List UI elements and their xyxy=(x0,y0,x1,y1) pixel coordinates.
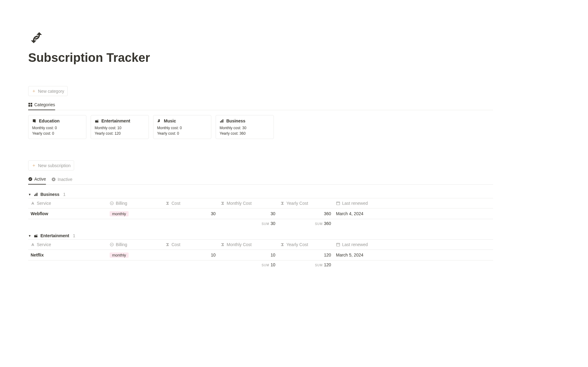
col-renewed[interactable]: Last renewed xyxy=(334,201,493,206)
col-cost[interactable]: Cost xyxy=(163,242,218,247)
category-card[interactable]: BusinessMonthly cost: 30Yearly cost: 360 xyxy=(216,115,274,139)
billing-tag: monthly xyxy=(110,211,129,216)
select-icon xyxy=(110,201,114,205)
sum-monthly: SUM10 xyxy=(218,262,278,267)
col-billing[interactable]: Billing xyxy=(107,201,163,206)
book-icon xyxy=(32,119,36,123)
sum-row: SUM10SUM120 xyxy=(28,260,493,267)
cell-billing[interactable]: monthly xyxy=(107,211,163,216)
group-name: Entertainment xyxy=(40,233,69,238)
caret-down-icon: ▼ xyxy=(28,193,31,196)
category-monthly: Monthly cost: 30 xyxy=(220,126,270,130)
col-yearly[interactable]: Yearly Cost xyxy=(278,201,334,206)
calendar-icon xyxy=(336,201,340,205)
plus-icon: ＋ xyxy=(32,163,36,168)
formula-icon xyxy=(165,201,170,205)
new-subscription-label: New subscription xyxy=(38,163,71,168)
categories-tabbar: Categories xyxy=(28,100,493,110)
col-monthly[interactable]: Monthly Cost xyxy=(218,201,278,206)
category-monthly: Monthly cost: 10 xyxy=(95,126,145,130)
category-yearly: Yearly cost: 120 xyxy=(95,131,145,136)
gallery-icon xyxy=(28,103,32,107)
page-icon[interactable] xyxy=(28,29,493,47)
formula-icon xyxy=(280,242,285,247)
cell-monthly[interactable]: 10 xyxy=(218,253,278,257)
subscriptions-tabbar: Active Inactive xyxy=(28,175,493,185)
billing-tag: monthly xyxy=(110,253,129,258)
category-name: Education xyxy=(39,118,60,123)
category-name: Business xyxy=(226,118,245,123)
table-row[interactable]: Webflowmonthly3030360March 4, 2024 xyxy=(28,208,493,219)
col-cost[interactable]: Cost xyxy=(163,201,218,206)
col-monthly[interactable]: Monthly Cost xyxy=(218,242,278,247)
clapper-icon xyxy=(34,234,38,238)
group-header[interactable]: ▼Business1 xyxy=(28,191,493,198)
page-title: Subscription Tracker xyxy=(28,51,493,65)
formula-icon xyxy=(280,201,285,205)
col-yearly[interactable]: Yearly Cost xyxy=(278,242,334,247)
new-category-button[interactable]: ＋ New category xyxy=(28,86,68,96)
category-card[interactable]: EntertainmentMonthly cost: 10Yearly cost… xyxy=(91,115,149,139)
category-yearly: Yearly cost: 0 xyxy=(157,131,207,136)
category-cards: EducationMonthly cost: 0Yearly cost: 0En… xyxy=(28,115,493,139)
col-renewed[interactable]: Last renewed xyxy=(334,242,493,247)
tab-categories-label: Categories xyxy=(34,102,55,107)
text-icon xyxy=(31,201,35,205)
category-monthly: Monthly cost: 0 xyxy=(157,126,207,130)
tab-inactive-label: Inactive xyxy=(58,177,72,182)
cell-renewed[interactable]: March 4, 2024 xyxy=(334,211,493,216)
music-icon xyxy=(157,119,161,123)
tab-inactive[interactable]: Inactive xyxy=(51,175,72,184)
category-yearly: Yearly cost: 360 xyxy=(220,131,270,136)
table-row[interactable]: Netflixmonthly1010120March 5, 2024 xyxy=(28,250,493,260)
cell-renewed[interactable]: March 5, 2024 xyxy=(334,253,493,257)
calendar-icon xyxy=(336,242,340,247)
category-name: Entertainment xyxy=(101,118,130,123)
col-billing[interactable]: Billing xyxy=(107,242,163,247)
table-header: ServiceBillingCostMonthly CostYearly Cos… xyxy=(28,198,493,208)
group-count: 1 xyxy=(73,233,75,238)
formula-icon xyxy=(221,242,225,247)
new-category-label: New category xyxy=(38,89,64,94)
group-name: Business xyxy=(40,192,59,197)
category-name: Music xyxy=(164,118,176,123)
text-icon xyxy=(31,242,35,247)
formula-icon xyxy=(165,242,170,247)
chart-icon xyxy=(220,119,224,123)
caret-down-icon: ▼ xyxy=(28,234,31,238)
cell-service[interactable]: Webflow xyxy=(28,211,107,216)
sum-yearly: SUM360 xyxy=(278,221,334,226)
tab-active[interactable]: Active xyxy=(28,175,46,185)
clapper-icon xyxy=(95,119,99,123)
category-yearly: Yearly cost: 0 xyxy=(32,131,82,136)
category-monthly: Monthly cost: 0 xyxy=(32,126,82,130)
category-card[interactable]: MusicMonthly cost: 0Yearly cost: 0 xyxy=(153,115,211,139)
cell-yearly[interactable]: 120 xyxy=(278,253,334,257)
col-service[interactable]: Service xyxy=(28,242,107,247)
cell-yearly[interactable]: 360 xyxy=(278,211,334,216)
cell-monthly[interactable]: 30 xyxy=(218,211,278,216)
plus-icon: ＋ xyxy=(32,88,36,94)
x-circle-icon xyxy=(51,177,56,182)
cell-cost[interactable]: 10 xyxy=(163,253,218,257)
new-subscription-button[interactable]: ＋ New subscription xyxy=(28,160,74,170)
cell-cost[interactable]: 30 xyxy=(163,211,218,216)
formula-icon xyxy=(221,201,225,205)
group-count: 1 xyxy=(63,192,66,197)
sum-yearly: SUM120 xyxy=(278,262,334,267)
category-card[interactable]: EducationMonthly cost: 0Yearly cost: 0 xyxy=(28,115,86,139)
table-header: ServiceBillingCostMonthly CostYearly Cos… xyxy=(28,239,493,250)
cell-service[interactable]: Netflix xyxy=(28,253,107,257)
cell-billing[interactable]: monthly xyxy=(107,253,163,258)
check-circle-icon xyxy=(28,177,32,181)
sum-row: SUM30SUM360 xyxy=(28,219,493,226)
tab-active-label: Active xyxy=(34,177,46,182)
tab-categories[interactable]: Categories xyxy=(28,100,55,110)
col-service[interactable]: Service xyxy=(28,201,107,206)
select-icon xyxy=(110,242,114,247)
chart-icon xyxy=(34,192,38,197)
sum-monthly: SUM30 xyxy=(218,221,278,226)
group-header[interactable]: ▼Entertainment1 xyxy=(28,232,493,239)
